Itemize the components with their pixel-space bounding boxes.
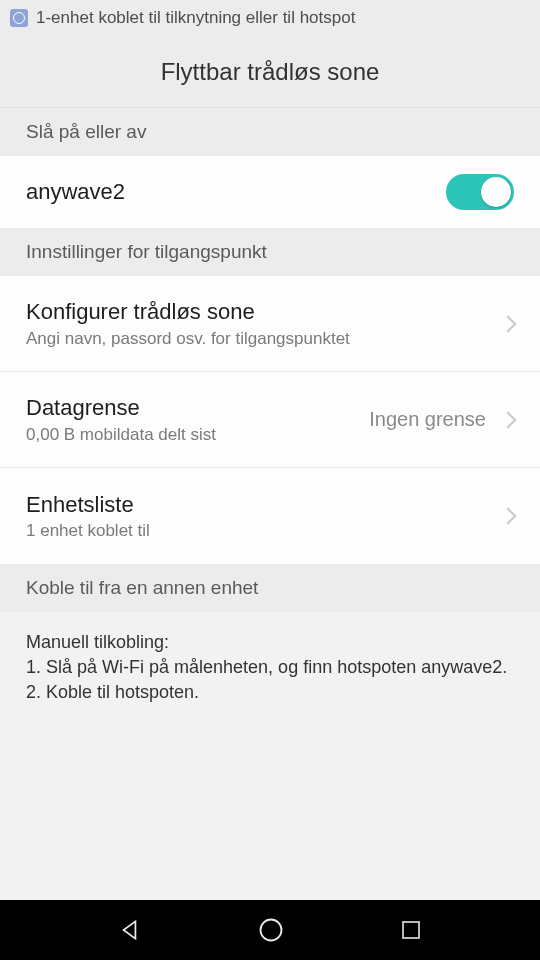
row-device-list[interactable]: Enhetsliste 1 enhet koblet til xyxy=(0,468,540,564)
instructions-heading: Manuell tilkobling: xyxy=(26,630,514,655)
chevron-right-icon xyxy=(500,508,517,525)
configure-sub: Angi navn, passord osv. for tilgangspunk… xyxy=(26,329,502,349)
chevron-right-icon xyxy=(500,411,517,428)
nav-recent-button[interactable] xyxy=(399,918,423,942)
notif-text: 1-enhet koblet til tilknytning eller til… xyxy=(36,8,355,28)
title-bar: Flyttbar trådløs sone xyxy=(0,36,540,108)
notification-bar[interactable]: 1-enhet koblet til tilknytning eller til… xyxy=(0,0,540,36)
instructions-step2: 2. Koble til hotspoten. xyxy=(26,680,514,705)
page-title: Flyttbar trådløs sone xyxy=(161,58,380,86)
hotspot-notif-icon xyxy=(10,9,28,27)
switch-knob xyxy=(481,177,511,207)
settings-screen: 1-enhet koblet til tilknytning eller til… xyxy=(0,0,540,960)
section-header-toggle: Slå på eller av xyxy=(0,108,540,156)
datalimit-sub: 0,00 B mobildata delt sist xyxy=(26,425,369,445)
manual-instructions: Manuell tilkobling: 1. Slå på Wi-Fi på m… xyxy=(0,612,540,724)
devices-title: Enhetsliste xyxy=(26,491,502,520)
chevron-right-icon xyxy=(500,315,517,332)
toggle-list: anywave2 xyxy=(0,156,540,228)
hotspot-switch[interactable] xyxy=(446,174,514,210)
section-header-ap: Innstillinger for tilgangspunkt xyxy=(0,228,540,276)
svg-rect-1 xyxy=(403,922,419,938)
nav-home-button[interactable] xyxy=(257,916,285,944)
row-configure-hotspot[interactable]: Konfigurer trådløs sone Angi navn, passo… xyxy=(0,276,540,372)
hotspot-ssid: anywave2 xyxy=(26,178,446,207)
svg-point-0 xyxy=(261,920,282,941)
datalimit-value: Ingen grense xyxy=(369,408,486,431)
row-hotspot-toggle: anywave2 xyxy=(0,156,540,228)
ap-list: Konfigurer trådløs sone Angi navn, passo… xyxy=(0,276,540,564)
nav-back-button[interactable] xyxy=(117,917,143,943)
instructions-step1: 1. Slå på Wi-Fi på målenheten, og finn h… xyxy=(26,655,514,680)
configure-title: Konfigurer trådløs sone xyxy=(26,298,502,327)
section-header-connect: Koble til fra en annen enhet xyxy=(0,564,540,612)
row-data-limit[interactable]: Datagrense 0,00 B mobildata delt sist In… xyxy=(0,372,540,468)
datalimit-title: Datagrense xyxy=(26,394,369,423)
devices-sub: 1 enhet koblet til xyxy=(26,521,502,541)
nav-bar xyxy=(0,900,540,960)
